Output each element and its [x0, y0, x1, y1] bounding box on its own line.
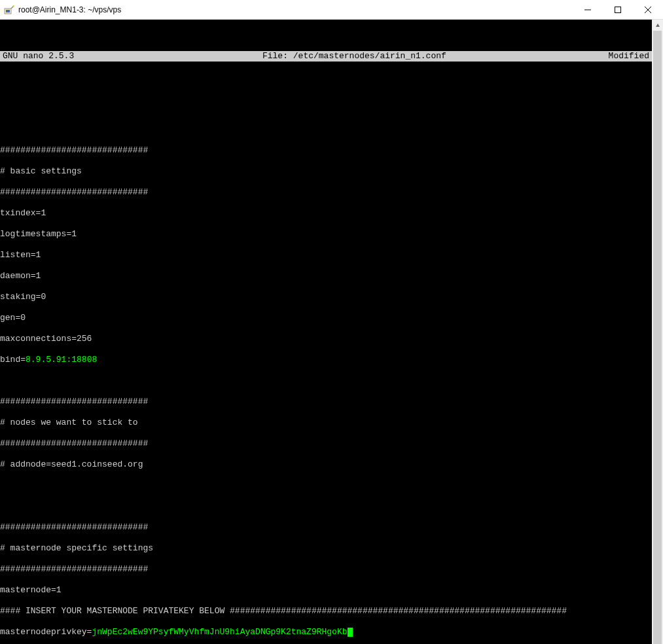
window-titlebar: root@Airin_MN1-3: ~/vps/vps: [0, 0, 663, 20]
sep: #############################: [0, 522, 652, 533]
cfg-logtimestamps: logtimestamps=1: [0, 229, 652, 240]
maximize-button[interactable]: [603, 0, 633, 20]
svg-marker-8: [656, 24, 660, 27]
sep: #############################: [0, 564, 652, 575]
section-nodes: # nodes we want to stick to: [0, 418, 652, 428]
sep: #############################: [0, 187, 652, 198]
cfg-addnode: # addnode=seed1.coinseed.org: [0, 459, 652, 470]
nano-status: Modified: [609, 51, 649, 62]
sep: #############################: [0, 145, 652, 156]
cfg-maxconn: maxconnections=256: [0, 334, 652, 344]
svg-rect-5: [615, 7, 621, 12]
cfg-listen: listen=1: [0, 250, 652, 260]
sep: #############################: [0, 397, 652, 407]
editor-content[interactable]: ############################# # basic se…: [0, 93, 652, 644]
sep: #############################: [0, 438, 652, 449]
cfg-txindex: txindex=1: [0, 208, 652, 219]
cfg-daemon: daemon=1: [0, 271, 652, 281]
cfg-mnprivkey: masternodeprivkey=jnWpEc2wEw9YPsyfWMyVhf…: [0, 627, 652, 637]
cfg-masternode: masternode=1: [0, 585, 652, 596]
cfg-staking: staking=0: [0, 292, 652, 302]
section-mn: # masternode specific settings: [0, 543, 652, 554]
scroll-thumb[interactable]: [653, 31, 662, 644]
scroll-track[interactable]: [652, 31, 663, 644]
cfg-gen: gen=0: [0, 313, 652, 323]
scroll-up-button[interactable]: [652, 20, 663, 31]
scrollbar[interactable]: [652, 20, 663, 644]
insert-banner: #### INSERT YOUR MASTERNODE PRIVATEKEY B…: [0, 606, 652, 617]
cfg-bind: bind=8.9.5.91:18808: [0, 355, 652, 365]
close-button[interactable]: [633, 0, 663, 20]
svg-point-3: [13, 5, 14, 7]
cursor: [348, 628, 353, 637]
nano-file: File: /etc/masternodes/airin_n1.conf: [100, 51, 608, 62]
minimize-button[interactable]: [573, 0, 603, 20]
window-title: root@Airin_MN1-3: ~/vps/vps: [18, 5, 573, 14]
nano-version: GNU nano 2.5.3: [3, 51, 100, 62]
terminal[interactable]: GNU nano 2.5.3 File: /etc/masternodes/ai…: [0, 20, 652, 644]
putty-icon: [4, 5, 14, 15]
section-basic: # basic settings: [0, 166, 652, 177]
nano-header: GNU nano 2.5.3 File: /etc/masternodes/ai…: [0, 51, 652, 62]
window-controls: [573, 0, 663, 20]
svg-rect-1: [6, 10, 10, 12]
